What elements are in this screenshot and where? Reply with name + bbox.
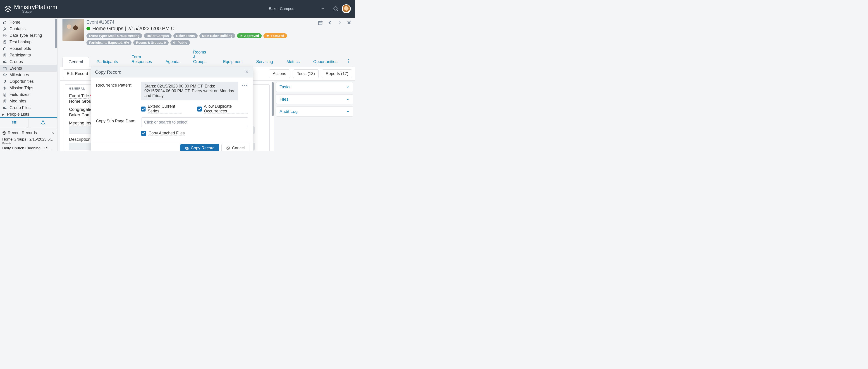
tab-form-responses[interactable]: Form Responses (125, 52, 158, 67)
recent-item[interactable]: Daily Church Cleaning | 1/17/2... (0, 145, 57, 151)
recurrence-summary: Starts: 02/15/2023 06:00 PM CT, Ends: 02… (141, 82, 238, 101)
group-icon (2, 106, 7, 110)
chip: Rooms & Groups: 0 (133, 40, 168, 45)
record-id: Event #13874 (87, 20, 315, 25)
sidebar-item-test-lookup[interactable]: Test Lookup (0, 39, 57, 45)
sidebar-item-milestones[interactable]: Milestones (0, 72, 57, 78)
campus-selector[interactable]: Baker Campus (269, 6, 324, 11)
chip: Participants Expected: 0% (87, 40, 131, 45)
tab-metrics[interactable]: Metrics (280, 57, 306, 67)
sub-page-select[interactable]: Click or search to select (141, 117, 248, 127)
sidebar-item-label: Home (9, 20, 20, 25)
svg-rect-19 (41, 124, 42, 125)
tab-general[interactable]: General (62, 57, 89, 67)
sidebar-item-label: Opportunities (9, 79, 34, 84)
svg-point-0 (334, 7, 337, 10)
chevron-down-icon (321, 7, 324, 10)
actions-button[interactable]: Actions (269, 69, 290, 78)
svg-rect-13 (14, 121, 15, 122)
sidebar: HomeContactsData Type TestingTest Lookup… (0, 18, 58, 151)
side-panels: TasksFilesAudit Log (274, 81, 355, 151)
tab-agenda[interactable]: Agenda (159, 57, 186, 67)
tab-opportunities[interactable]: Opportunities (307, 57, 344, 67)
svg-rect-17 (16, 122, 17, 123)
sidebar-scrollbar[interactable] (55, 19, 57, 116)
edit-record-button[interactable]: Edit Record (63, 69, 92, 78)
sidepanel-tasks[interactable]: Tasks (276, 82, 353, 92)
modal-close-icon[interactable] (245, 69, 249, 75)
resize-handle[interactable] (0, 127, 57, 129)
user-icon (2, 27, 7, 31)
sidebar-item-field-sizes[interactable]: Field Sizes (0, 91, 57, 98)
avatar[interactable] (342, 4, 351, 13)
record-thumbnail[interactable] (62, 19, 84, 41)
copy-files-checkbox[interactable]: Copy Attached Files (141, 131, 248, 136)
tab-more-icon[interactable] (345, 57, 353, 67)
sidebar-item-mission-trips[interactable]: Mission Trips (0, 85, 57, 91)
sidebar-item-group-files[interactable]: Group Files (0, 105, 57, 111)
status-dot-icon (87, 27, 90, 30)
sidebar-item-opportunities[interactable]: Opportunities (0, 78, 57, 85)
sidebar-item-events[interactable]: Events (0, 65, 57, 72)
form-scrollbar[interactable] (272, 82, 274, 116)
copy-record-modal: Copy Record Recurrence Pattern: Starts: … (91, 67, 253, 151)
sidebar-item-data-type-testing[interactable]: Data Type Testing (0, 32, 57, 39)
reports-button[interactable]: Reports (17) (322, 69, 352, 78)
chip: Approved (237, 33, 261, 38)
sidebar-item-label: Households (9, 46, 31, 51)
topbar: MinistryPlatform Stage Baker Campus (0, 0, 355, 18)
chip: Baker Campus (144, 33, 172, 38)
search-icon[interactable] (333, 6, 339, 12)
sidebar-item-label: Data Type Testing (9, 33, 42, 38)
tab-participants[interactable]: Participants (91, 57, 124, 67)
allow-duplicates-checkbox[interactable]: Allow Duplicate Occurrences (197, 104, 248, 114)
recent-item[interactable]: Home Groups | 2/15/2023 6:00 ...Events (0, 137, 57, 145)
tools-button[interactable]: Tools (13) (293, 69, 319, 78)
record-title: Home Groups | 2/15/2023 6:00 PM CT (92, 26, 178, 31)
svg-rect-18 (42, 120, 44, 122)
tab-rooms-groups[interactable]: Rooms & Groups (187, 47, 216, 67)
svg-point-26 (348, 59, 349, 60)
view-switch (0, 118, 57, 127)
grid-view-icon[interactable] (0, 118, 29, 127)
close-record-icon[interactable] (347, 20, 351, 27)
sidebar-item-households[interactable]: Households (0, 45, 57, 52)
recent-title: Recent Records (8, 131, 37, 135)
extend-series-checkbox[interactable]: Extend Current Series (141, 104, 182, 114)
sidepanel-audit-log[interactable]: Audit Log (276, 107, 353, 116)
gear-icon (2, 33, 7, 38)
svg-rect-16 (14, 122, 15, 123)
record-header: Event #13874 Home Groups | 2/15/2023 6:0… (60, 18, 355, 45)
grad-icon (2, 73, 7, 77)
bulb-icon (2, 80, 7, 84)
sidebar-item-groups[interactable]: Groups (0, 58, 57, 65)
recent-records-header[interactable]: Recent Records (0, 129, 57, 137)
sidebar-item-label: Groups (9, 59, 23, 64)
svg-rect-20 (44, 124, 45, 125)
chip: Baker Teens (174, 33, 197, 38)
cancel-button[interactable]: Cancel (221, 144, 249, 151)
prev-record-icon[interactable] (328, 20, 332, 27)
recurrence-label: Recurrence Pattern: (96, 82, 141, 88)
svg-point-1 (4, 28, 5, 29)
sub-page-label: Copy Sub Page Data: (96, 117, 141, 123)
campus-label: Baker Campus (269, 6, 294, 11)
svg-point-11 (5, 107, 6, 108)
sidepanel-files[interactable]: Files (276, 94, 353, 104)
tab-equipment[interactable]: Equipment (217, 57, 249, 67)
svg-rect-30 (186, 147, 188, 149)
sidebar-item-home[interactable]: Home (0, 19, 57, 26)
tree-view-icon[interactable] (29, 118, 57, 127)
tab-servicing[interactable]: Servicing (250, 57, 279, 67)
sidebar-item-label: Participants (9, 53, 31, 58)
svg-point-5 (4, 61, 5, 62)
sidebar-item-participants[interactable]: Participants (0, 52, 57, 58)
sidebar-item-label: Events (9, 66, 22, 71)
copy-record-button[interactable]: Copy Record (180, 144, 219, 151)
calendar-icon[interactable] (318, 20, 323, 27)
sidebar-item-label: Contacts (9, 27, 26, 31)
recurrence-edit-icon[interactable]: ••• (242, 82, 248, 88)
sidebar-item-medinfos[interactable]: MedInfos (0, 98, 57, 105)
sidebar-expander-people-lists[interactable]: ▶People Lists (0, 111, 57, 117)
sidebar-item-contacts[interactable]: Contacts (0, 26, 57, 32)
